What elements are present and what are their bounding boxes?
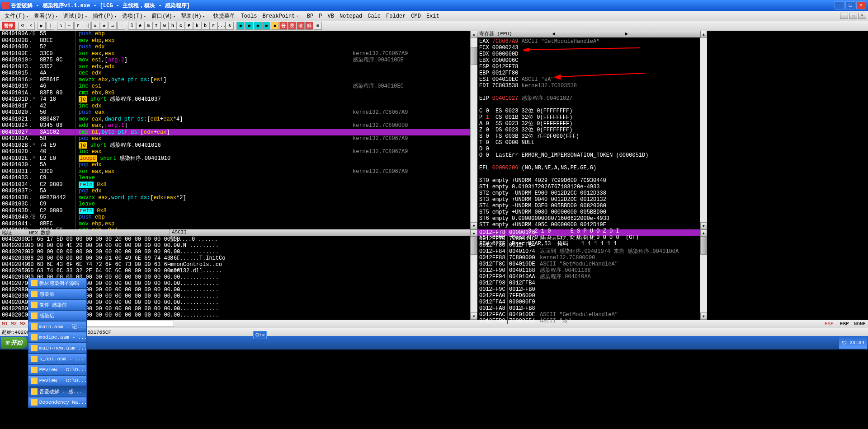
toolbar-letter-m[interactable]: m <box>144 22 152 30</box>
disasm-row[interactable]: 0040100A/$ 55push ebp <box>0 31 470 37</box>
stack-row[interactable]: 0012FFA4000000F0 <box>477 299 700 305</box>
pause-button[interactable]: 暂停 <box>2 22 15 30</box>
restart-icon[interactable]: ⟲ <box>18 22 26 30</box>
disasm-row[interactable]: 00401040/$ 55push ebp <box>0 214 470 221</box>
minimize-button[interactable]: _ <box>835 1 844 9</box>
stack-row[interactable]: 0012FF94004010AA感染程序.004010AA <box>477 274 700 280</box>
toolbar-letter-t[interactable]: t <box>152 22 160 30</box>
toolbar-letter-s[interactable]: s <box>226 22 234 30</box>
menu-item[interactable]: 文件(F)▾ <box>2 13 31 19</box>
disasm-row[interactable]: 0040101A. 83FB 00cmp ebx,0x0 <box>0 90 470 97</box>
memory-label[interactable]: M2 <box>11 321 20 326</box>
stack-row[interactable]: 0012FF887C800000kernel32.7C800000 <box>477 255 700 261</box>
menu-item[interactable]: Tools <box>238 13 259 19</box>
reg-prev-icon[interactable]: ◀ <box>552 31 625 37</box>
step-over-icon[interactable]: ↷ <box>66 22 74 30</box>
disasm-row[interactable]: 0040101F. 42inc edx <box>0 103 470 110</box>
taskbar-task[interactable]: main.asm - 记... <box>28 321 87 332</box>
tb-red-3[interactable]: 破 <box>297 22 305 30</box>
reg-next-icon[interactable]: ▶ <box>625 31 698 37</box>
menu-item[interactable]: BP <box>304 13 316 19</box>
tb-cyan-2[interactable]: ■ <box>245 22 253 30</box>
stack-row[interactable]: 0012FF980012FFB4 <box>477 280 700 286</box>
disasm-row[interactable]: 00401016> 0FB61Emovzx ebx,byte ptr ds:[e… <box>0 77 470 84</box>
toolbar-letter-...[interactable]: ... <box>217 22 226 30</box>
flag-ebp[interactable]: EBP <box>838 321 851 326</box>
disasm-row[interactable]: 0040102E.^ E2 E0loopd short 感染程序.0040101… <box>0 155 470 162</box>
stack-row[interactable]: 0012FF9000401188感染程序.00401188 <box>477 267 700 274</box>
disasm-row[interactable]: 00401041. 8BECmov ebp,esp <box>0 221 470 228</box>
trace-into-icon[interactable]: ⇊ <box>91 22 99 30</box>
dump-row[interactable]: 00402000CF 65 17 5D 00 00 00 00 30 20 00… <box>0 236 470 242</box>
disasm-scrollbar[interactable]: ▲▼ <box>470 31 477 229</box>
menu-item[interactable]: BreakPoint→ <box>259 13 301 19</box>
disasm-row[interactable]: 00401020. 50push eaxkernel32.7C8067A9 <box>0 109 470 116</box>
taskbar-task[interactable]: PEview - C:\D... <box>28 375 87 386</box>
disasm-row[interactable]: 00401030. 5Apop edx <box>0 162 470 168</box>
disasm-row[interactable]: 00401010> 8B75 0Cmov esi,[arg.2]感染程序.004… <box>0 57 470 64</box>
play-icon[interactable]: ▶ <box>38 22 46 30</box>
stack-row[interactable]: 0012FFAC004010DEASCII "GetModuleHandleA" <box>477 312 700 318</box>
toolbar-letter-e[interactable]: e <box>136 22 144 30</box>
dump-row[interactable]: 0040202000 00 00 00 00 00 00 00 00 00 00… <box>0 249 470 255</box>
memory-label[interactable]: M3 <box>20 321 29 326</box>
disasm-row[interactable]: 00401038. 0FB70442movzx eax,word ptr ds:… <box>0 195 470 201</box>
menu-item[interactable]: Notepad <box>337 13 365 19</box>
taskbar-task[interactable]: main-new.asm ... <box>28 343 87 354</box>
menu-item[interactable]: CMD <box>408 13 424 19</box>
close-button[interactable]: × <box>856 1 866 9</box>
return-icon[interactable]: ↵ <box>108 22 117 30</box>
pause-icon[interactable]: ∥ <box>46 22 54 30</box>
goto-icon[interactable]: → <box>117 22 125 30</box>
language-indicator[interactable]: CH⌨ <box>253 331 267 339</box>
step-out-icon[interactable]: ↱ <box>74 22 82 30</box>
taskbar-task[interactable]: 吾爱破解 - 感... <box>28 386 87 397</box>
menu-item[interactable]: 窗口(W)▾ <box>149 13 178 19</box>
toolbar-letter-w[interactable]: w <box>160 22 169 30</box>
disasm-row[interactable]: 0040102B.^ 74 E9je short 感染程序.00401016 <box>0 142 470 149</box>
taskbar-task[interactable]: 教材感染例子源码 <box>28 278 87 289</box>
menu-item[interactable]: 插件(P)▾ <box>90 13 119 19</box>
disasm-row[interactable]: 00401037> 5Apop edx <box>0 188 470 195</box>
menu-item[interactable]: Folder <box>383 13 408 19</box>
disasm-row[interactable]: 0040101D.^ 74 18je short 感染程序.00401037 <box>0 96 470 103</box>
taskbar-task[interactable]: s_api.asm - ... <box>28 354 87 364</box>
disasm-row[interactable]: 00401015. 4Adec edx <box>0 70 470 77</box>
stack-row[interactable]: 0012FF9C0012FFB0 <box>477 286 700 293</box>
toolbar-letter-c[interactable]: c <box>177 22 185 30</box>
trace-over-icon[interactable]: ⇉ <box>100 22 108 30</box>
disasm-row[interactable]: 0040102D. 40inc eaxkernel32.7C8067A9 <box>0 149 470 155</box>
disasm-row[interactable]: 0040100B. 8BECmov ebp,esp <box>0 37 470 44</box>
child-minimize-button[interactable]: _ <box>840 13 848 19</box>
disasm-row[interactable]: 00401027. 3A1C02cmp bl,byte ptr ds:[edx+… <box>0 129 470 136</box>
taskbar-task[interactable]: PEview - C:\D... <box>28 364 87 375</box>
close-icon[interactable]: × <box>27 22 35 30</box>
command-input[interactable] <box>75 321 174 327</box>
menu-item[interactable]: 快捷菜单 <box>211 13 238 19</box>
stack-row[interactable]: 0012FFA80012FFB8 <box>477 305 700 312</box>
dump-row[interactable]: 0040203038 20 00 00 00 00 00 00 01 00 49… <box>0 255 470 261</box>
dump-row[interactable]: 004020506D 63 74 6C 33 32 2E 64 6C 6C 00… <box>0 268 470 274</box>
disasm-row[interactable]: 00401024. 0345 08add eax,[arg.1]kernel32… <box>0 122 470 129</box>
toolbar-letter-l[interactable]: l <box>128 22 136 30</box>
toolbar-letter-P[interactable]: P <box>185 22 193 30</box>
menu-item[interactable]: VB <box>325 13 336 19</box>
flag-esp[interactable]: ESP <box>823 321 835 326</box>
tb-extra[interactable]: ≡ <box>314 22 322 30</box>
child-restore-button[interactable]: ❐ <box>849 13 857 19</box>
child-close-button[interactable]: × <box>858 13 866 19</box>
taskbar-task[interactable]: 感染前 <box>28 289 87 299</box>
disasm-row[interactable]: 0040103D. C2 0800retn 0x8 <box>0 208 470 214</box>
dump-row[interactable]: 004020406D 6D 6E 43 6F 6E 74 72 6F 6C 73… <box>0 261 470 268</box>
disasm-row[interactable]: 0040100E. 33C0xor eax,eaxkernel32.7C8067… <box>0 51 470 57</box>
run-to-icon[interactable]: →| <box>83 22 91 30</box>
menu-item[interactable]: 调试(D)▾ <box>61 13 90 19</box>
step-into-icon[interactable]: ↴ <box>57 22 65 30</box>
disasm-row[interactable]: 00401031. 33C0xor eax,eaxkernel32.7C8067… <box>0 168 470 175</box>
toolbar-letter-b[interactable]: b <box>201 22 209 30</box>
tb-yellow-1[interactable]: ■ <box>271 22 279 30</box>
disasm-row[interactable]: 00401019. 46inc esi感染程序.004010EC <box>0 83 470 90</box>
memory-label[interactable]: M1 <box>2 321 11 326</box>
menu-item[interactable]: 帮助(H)▾ <box>178 13 208 19</box>
taskbar-task[interactable]: 复件 感染前 <box>28 299 87 310</box>
